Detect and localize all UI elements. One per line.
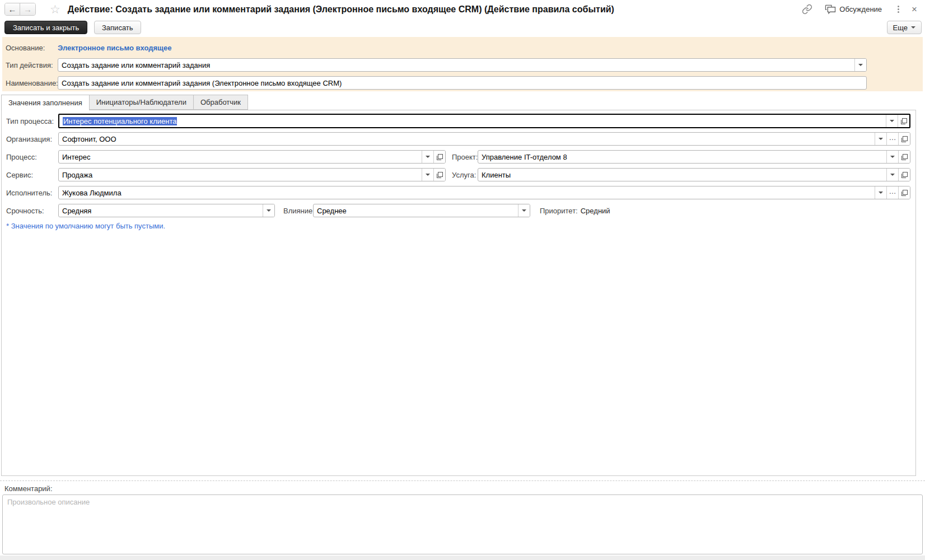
dropdown-caret-icon [858, 64, 863, 66]
more-button[interactable]: Еще [887, 21, 922, 34]
project-dropdown-button[interactable] [886, 151, 898, 163]
tab-initiators-observers[interactable]: Инициаторы/Наблюдатели [89, 95, 194, 110]
discussion-icon[interactable] [825, 4, 836, 15]
service-label: Сервис: [6, 171, 58, 179]
process-type-dropdown-button[interactable] [886, 115, 898, 127]
organization-input[interactable] [59, 133, 875, 145]
more-dropdown-caret-icon [911, 26, 915, 29]
form-window: ← → ☆ Действие: Создать задание или комм… [0, 0, 925, 560]
project-field[interactable] [478, 150, 910, 164]
impact-label: Влияние: [283, 207, 313, 215]
name-input[interactable] [58, 77, 866, 89]
project-open-button[interactable] [898, 151, 910, 163]
organization-field[interactable]: … [58, 132, 910, 146]
more-button-label: Еще [893, 24, 908, 32]
dropdown-caret-icon [426, 156, 430, 158]
defaults-footnote: * Значения по умолчанию могут быть пусты… [6, 222, 910, 230]
save-button[interactable]: Записать [94, 21, 141, 34]
kebab-menu-icon[interactable] [896, 4, 900, 14]
comment-splitter[interactable] [0, 480, 925, 481]
fill-values-panel: Тип процесса: Интерес потенциального кли… [1, 110, 916, 476]
discussion-label[interactable]: Обсуждение [839, 5, 882, 13]
dropdown-caret-icon [267, 209, 271, 212]
process-field[interactable] [58, 150, 446, 164]
history-nav: ← → [4, 3, 36, 16]
forward-button[interactable]: → [20, 3, 35, 15]
open-value-icon [901, 190, 908, 196]
service-field[interactable] [58, 168, 446, 181]
service-open-button[interactable] [433, 169, 445, 181]
project-input[interactable] [478, 151, 886, 163]
organization-choose-button[interactable]: … [886, 133, 898, 145]
forward-arrow-icon: → [24, 4, 32, 14]
project-label: Проект: [452, 153, 478, 161]
action-type-field[interactable] [58, 58, 867, 72]
back-arrow-icon: ← [8, 4, 17, 14]
executor-field[interactable]: … [58, 186, 910, 199]
titlebar-actions: Обсуждение × [802, 4, 925, 15]
comment-label: Комментарий: [4, 484, 53, 493]
action-type-input[interactable] [58, 59, 854, 71]
basis-section: Основание: Электронное письмо входящее Т… [2, 37, 923, 91]
dropdown-caret-icon [879, 138, 883, 140]
offering-label: Услуга: [452, 171, 478, 179]
executor-label: Исполнитель: [6, 189, 58, 197]
offering-field[interactable] [478, 168, 910, 181]
priority-value: Средний [581, 207, 610, 215]
organization-dropdown-button[interactable] [875, 133, 886, 145]
tab-handler[interactable]: Обработчик [193, 95, 248, 110]
offering-dropdown-button[interactable] [886, 169, 898, 181]
offering-input[interactable] [478, 169, 886, 181]
name-label: Наименование: [6, 79, 58, 87]
action-type-label: Тип действия: [6, 61, 58, 69]
organization-open-button[interactable] [898, 133, 910, 145]
page-title: Действие: Создать задание или комментари… [68, 4, 614, 15]
impact-input[interactable] [314, 204, 518, 217]
save-and-close-button[interactable]: Записать и закрыть [4, 21, 87, 34]
dropdown-caret-icon [890, 120, 894, 122]
urgency-field[interactable] [58, 204, 275, 217]
process-type-field[interactable]: Интерес потенциального клиента [58, 114, 910, 128]
organization-label: Организация: [6, 135, 58, 143]
executor-open-button[interactable] [898, 186, 910, 199]
process-label: Процесс: [6, 153, 58, 161]
process-dropdown-button[interactable] [422, 151, 433, 163]
choose-ellipsis-icon: … [889, 134, 896, 144]
service-dropdown-button[interactable] [422, 169, 433, 181]
window-titlebar: ← → ☆ Действие: Создать задание или комм… [0, 0, 925, 18]
open-value-icon [901, 154, 908, 160]
open-value-icon [901, 172, 908, 178]
executor-choose-button[interactable]: … [886, 186, 898, 199]
urgency-dropdown-button[interactable] [263, 204, 274, 217]
process-input[interactable] [59, 151, 422, 163]
back-button[interactable]: ← [5, 3, 20, 15]
favorite-star-icon[interactable]: ☆ [50, 3, 60, 15]
executor-input[interactable] [59, 186, 875, 199]
process-type-label: Тип процесса: [6, 117, 58, 125]
dropdown-caret-icon [879, 192, 883, 194]
close-icon[interactable]: × [912, 4, 917, 14]
tab-bar: Значения заполнения Инициаторы/Наблюдате… [1, 95, 247, 110]
impact-field[interactable] [313, 204, 530, 217]
process-type-value[interactable]: Интерес потенциального клиента [63, 117, 177, 125]
process-type-open-button[interactable] [898, 115, 909, 127]
offering-open-button[interactable] [898, 169, 910, 181]
name-field[interactable] [58, 76, 867, 90]
dropdown-caret-icon [890, 174, 895, 176]
basis-link[interactable]: Электронное письмо входящее [58, 44, 171, 52]
action-type-dropdown-button[interactable] [854, 59, 866, 71]
executor-dropdown-button[interactable] [875, 186, 886, 199]
open-value-icon [437, 172, 443, 178]
urgency-input[interactable] [59, 204, 263, 217]
comment-textarea[interactable] [2, 494, 923, 554]
dropdown-caret-icon [522, 209, 526, 212]
choose-ellipsis-icon: … [889, 188, 896, 198]
impact-dropdown-button[interactable] [518, 204, 530, 217]
link-icon[interactable] [802, 4, 812, 15]
command-bar: Записать и закрыть Записать Еще [0, 18, 925, 36]
open-value-icon [437, 154, 443, 160]
tab-fill-values[interactable]: Значения заполнения [1, 95, 90, 110]
service-input[interactable] [59, 169, 422, 181]
process-open-button[interactable] [433, 151, 445, 163]
basis-label: Основание: [6, 44, 58, 52]
